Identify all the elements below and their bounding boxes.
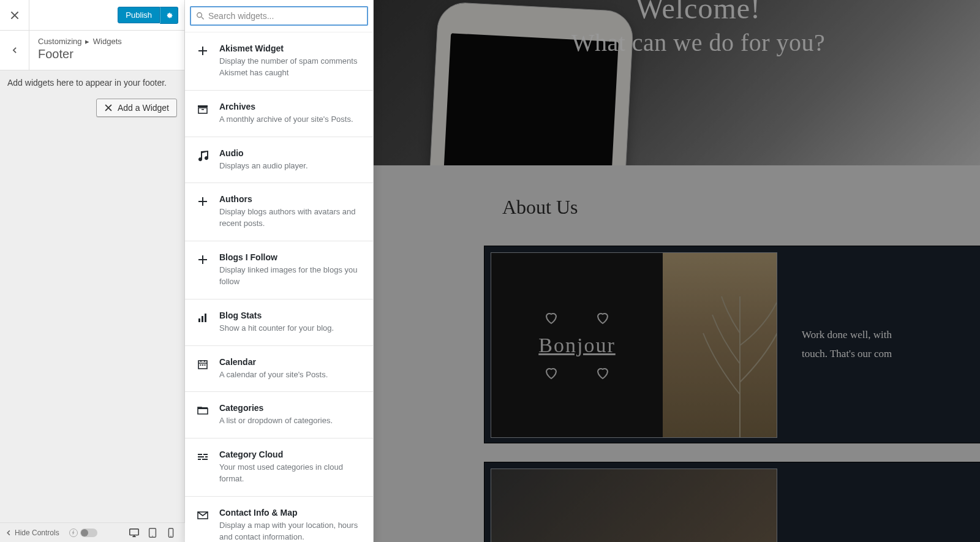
widget-item-desc: Display blogs authors with avatars and r… — [219, 206, 363, 230]
widget-item-desc: Displays an audio player. — [219, 160, 363, 172]
mail-icon — [196, 508, 209, 522]
widget-item-desc: A list or dropdown of categories. — [219, 415, 363, 427]
panel-help-text: Add widgets here to appear in your foote… — [7, 78, 177, 88]
hide-controls-button[interactable]: Hide Controls — [5, 529, 59, 537]
card-text: Work done well, with touch. That's our c… — [783, 246, 980, 443]
svg-rect-19 — [198, 456, 204, 457]
svg-rect-20 — [205, 456, 208, 457]
widget-item-audio[interactable]: AudioDisplays an audio player. — [185, 137, 373, 184]
panel-body: Add widgets here to appear in your foote… — [0, 70, 184, 542]
hero-subtitle: What can we do for you? — [539, 28, 858, 57]
widget-item-title: Category Cloud — [219, 450, 363, 459]
customizer-sidebar: Publish Customizing ▸ Widgets Footer Add… — [0, 0, 185, 542]
card-text-line: Work done well, with — [802, 326, 980, 345]
widget-item-title: Categories — [219, 403, 363, 413]
widget-item-desc: A calendar of your site's Posts. — [219, 369, 363, 381]
shop-image — [663, 253, 777, 437]
calendar-icon — [196, 358, 209, 371]
widget-item-title: Akismet Widget — [219, 43, 363, 53]
mobile-icon — [165, 527, 176, 538]
breadcrumb-separator: ▸ — [85, 37, 89, 46]
widget-item-desc: A monthly archive of your site's Posts. — [219, 114, 363, 126]
chalkboard-text: Bonjour — [538, 334, 615, 357]
widget-item-akismet-widget[interactable]: Akismet WidgetDisplay the number of spam… — [185, 32, 373, 91]
widget-item-desc: Display a map with your location, hours … — [219, 520, 363, 542]
widget-item-archives[interactable]: ArchivesA monthly archive of your site's… — [185, 91, 373, 137]
mobile-preview-button[interactable] — [165, 527, 176, 538]
svg-rect-22 — [202, 459, 208, 460]
chevron-left-icon — [10, 46, 19, 55]
widget-item-categories[interactable]: CategoriesA list or dropdown of categori… — [185, 392, 373, 438]
widget-item-desc: Display linked images for the blogs you … — [219, 265, 363, 288]
archive-icon — [196, 102, 209, 116]
about-card-1: Bonjour Work don — [484, 246, 980, 443]
svg-point-4 — [170, 535, 171, 536]
breadcrumb-prefix: Customizing — [38, 37, 82, 46]
breadcrumb: Customizing ▸ Widgets — [38, 37, 176, 46]
page-title: Footer — [38, 47, 176, 61]
widget-item-desc: Your most used categories in cloud forma… — [219, 462, 363, 485]
content-area: About Us Bonjour — [374, 165, 980, 542]
svg-rect-17 — [198, 454, 202, 455]
search-box[interactable] — [190, 6, 368, 26]
heart-icon — [544, 311, 559, 325]
close-icon — [10, 10, 20, 20]
svg-rect-16 — [198, 407, 208, 409]
svg-rect-7 — [198, 108, 207, 113]
bolt-icon — [69, 529, 78, 537]
publish-settings-button[interactable] — [160, 7, 178, 24]
widget-item-title: Blog Stats — [219, 311, 363, 320]
widget-picker-panel: Akismet WidgetDisplay the number of spam… — [185, 0, 374, 542]
publish-button[interactable]: Publish — [118, 7, 160, 23]
widget-item-authors[interactable]: AuthorsDisplay blogs authors with avatar… — [185, 183, 373, 241]
svg-rect-11 — [205, 314, 206, 322]
search-icon — [196, 12, 205, 20]
about-card-2 — [484, 462, 980, 542]
svg-point-5 — [197, 13, 202, 18]
widget-item-calendar[interactable]: CalendarA calendar of your site's Posts. — [185, 346, 373, 393]
svg-rect-13 — [200, 364, 202, 366]
audio-icon — [196, 149, 209, 162]
toggle-switch[interactable] — [80, 529, 97, 537]
widget-item-blogs-i-follow[interactable]: Blogs I FollowDisplay linked images for … — [185, 241, 373, 299]
tablet-preview-button[interactable] — [147, 527, 158, 538]
widget-item-desc: Show a hit counter for your blog. — [219, 323, 363, 334]
close-icon — [104, 104, 113, 112]
desktop-icon — [129, 527, 140, 538]
plus-icon — [196, 253, 209, 266]
hero-section: Welcome! What can we do for you? — [374, 0, 980, 165]
stats-icon — [196, 311, 209, 325]
customizer-footer: Hide Controls — [0, 522, 185, 542]
svg-rect-15 — [205, 364, 206, 366]
site-preview: Welcome! What can we do for you? About U… — [374, 0, 980, 542]
svg-rect-18 — [203, 454, 208, 455]
heart-icon — [544, 366, 559, 380]
widget-item-category-cloud[interactable]: Category CloudYour most used categories … — [185, 438, 373, 497]
search-input[interactable] — [208, 11, 362, 21]
widget-item-blog-stats[interactable]: Blog StatsShow a hit counter for your bl… — [185, 299, 373, 346]
card-text-line: touch. That's our com — [802, 345, 980, 364]
widget-item-title: Blogs I Follow — [219, 252, 363, 262]
breadcrumb-row: Customizing ▸ Widgets Footer — [0, 31, 184, 70]
widget-item-contact-info-map[interactable]: Contact Info & MapDisplay a map with you… — [185, 497, 373, 542]
svg-rect-14 — [202, 364, 203, 366]
add-widget-button[interactable]: Add a Widget — [96, 99, 177, 117]
widget-list[interactable]: Akismet WidgetDisplay the number of spam… — [185, 32, 373, 542]
widget-item-title: Archives — [219, 102, 363, 111]
plus-icon — [196, 195, 209, 208]
close-customizer-button[interactable] — [0, 0, 29, 31]
widget-item-title: Authors — [219, 194, 363, 204]
svg-rect-6 — [198, 105, 208, 107]
cloud-icon — [196, 450, 209, 464]
amp-toggle[interactable] — [69, 529, 97, 537]
desktop-preview-button[interactable] — [129, 527, 140, 538]
widget-item-title: Calendar — [219, 357, 363, 367]
plus-icon — [196, 44, 209, 58]
hide-controls-label: Hide Controls — [15, 529, 59, 537]
svg-rect-9 — [198, 318, 200, 322]
breadcrumb-section: Widgets — [93, 37, 122, 46]
add-widget-label: Add a Widget — [118, 103, 169, 113]
heart-icon — [595, 311, 610, 325]
hero-title: Welcome! — [539, 0, 858, 23]
back-button[interactable] — [0, 31, 29, 70]
